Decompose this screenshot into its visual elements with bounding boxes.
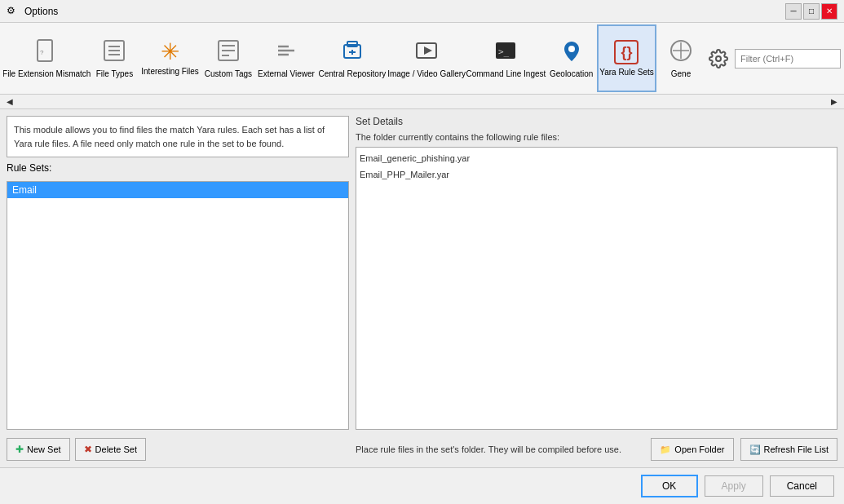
delete-set-button[interactable]: ✖ Delete Set <box>75 438 146 461</box>
open-folder-button[interactable]: 📁 Open Folder <box>651 438 733 461</box>
svg-point-21 <box>568 46 575 52</box>
refresh-button[interactable]: 🔄 Refresh File List <box>740 438 837 461</box>
title-bar-controls: ─ □ ✕ <box>785 3 837 20</box>
rule-sets-label: Rule Sets: <box>7 162 349 174</box>
file-types-icon <box>102 38 126 66</box>
custom-tags-icon <box>216 38 241 66</box>
svg-marker-18 <box>424 46 432 55</box>
delete-set-icon: ✖ <box>84 444 92 455</box>
toolbar-item-yara-label: Yara Rule Sets <box>599 68 654 77</box>
ok-button[interactable]: OK <box>641 475 698 497</box>
open-folder-label: Open Folder <box>674 444 724 454</box>
set-details-title: Set Details <box>356 116 837 127</box>
new-set-button[interactable]: ✚ New Set <box>7 438 70 461</box>
delete-set-label: Delete Set <box>95 444 137 454</box>
toolbar-item-file-ext-label: File Extension Mismatch <box>3 69 91 78</box>
folder-buttons-row: Place rule files in the set's folder. Th… <box>356 438 837 461</box>
gene-icon <box>669 38 693 66</box>
toolbar-item-ext-viewer-label: External Viewer <box>258 69 315 78</box>
toolbar-item-gene[interactable]: Gene <box>656 24 705 92</box>
svg-text:?: ? <box>40 49 44 56</box>
title-bar: ⚙ Options ─ □ ✕ <box>0 0 844 23</box>
toolbar-item-geolocation-label: Geolocation <box>550 69 593 78</box>
toolbar-item-gene-label: Gene <box>671 69 691 78</box>
toolbar-item-interesting[interactable]: ✳ Interesting Files <box>139 24 201 92</box>
window-icon: ⚙ <box>7 5 20 18</box>
toolbar-item-interesting-label: Interesting Files <box>141 67 199 76</box>
toolbar: ? File Extension Mismatch File Types ✳ I… <box>0 23 844 95</box>
svg-point-25 <box>716 56 721 61</box>
info-box: This module allows you to find files the… <box>7 116 349 157</box>
file-item-2: Email_PHP_Mailer.yar <box>360 167 833 183</box>
central-repo-icon <box>340 38 365 66</box>
search-input[interactable] <box>735 49 841 69</box>
svg-text:>_: >_ <box>498 46 510 57</box>
toolbar-item-image-video[interactable]: Image / Video Gallery <box>387 24 466 92</box>
toolbar-items: ? File Extension Mismatch File Types ✳ I… <box>3 24 705 92</box>
file-item-1: Email_generic_phishing.yar <box>360 151 833 167</box>
ext-viewer-icon <box>274 38 298 66</box>
toolbar-item-cmd-ingest[interactable]: >_ Command Line Ingest <box>466 24 546 92</box>
cancel-button[interactable]: Cancel <box>770 475 834 497</box>
minimize-button[interactable]: ─ <box>785 3 802 20</box>
refresh-icon: 🔄 <box>749 444 761 455</box>
files-label: The folder currently contains the follow… <box>356 132 837 142</box>
scroll-nav-row: ◀ ▶ <box>0 95 844 109</box>
right-panel: Set Details The folder currently contain… <box>356 116 837 461</box>
left-buttons: ✚ New Set ✖ Delete Set <box>7 438 349 461</box>
interesting-icon: ✳ <box>161 41 179 64</box>
rule-sets-list: Email <box>7 181 349 430</box>
folder-hint: Place rule files in the set's folder. Th… <box>356 444 644 454</box>
settings-gear-icon[interactable] <box>705 46 731 72</box>
window-title: Options <box>24 6 785 17</box>
main-content: This module allows you to find files the… <box>0 109 844 467</box>
toolbar-item-custom-tags-label: Custom Tags <box>205 69 252 78</box>
scroll-left-arrow[interactable]: ◀ <box>3 97 16 106</box>
toolbar-item-central-repo-label: Central Repository <box>318 69 386 78</box>
left-panel: This module allows you to find files the… <box>7 116 349 461</box>
footer: OK Apply Cancel <box>0 467 844 504</box>
new-set-icon: ✚ <box>15 444 24 455</box>
toolbar-search <box>735 49 841 69</box>
files-list: Email_generic_phishing.yar Email_PHP_Mai… <box>356 147 837 430</box>
yara-icon: {} <box>614 40 639 64</box>
toolbar-item-custom-tags[interactable]: Custom Tags <box>201 24 255 92</box>
toolbar-item-cmd-ingest-label: Command Line Ingest <box>466 69 546 78</box>
list-item-email[interactable]: Email <box>7 182 348 198</box>
scroll-right-arrow[interactable]: ▶ <box>828 97 841 106</box>
toolbar-item-image-video-label: Image / Video Gallery <box>387 69 466 78</box>
file-ext-icon: ? <box>34 38 59 66</box>
toolbar-item-central-repo[interactable]: Central Repository <box>317 24 387 92</box>
toolbar-item-file-ext[interactable]: ? File Extension Mismatch <box>3 24 90 92</box>
new-set-label: New Set <box>27 444 61 454</box>
refresh-label: Refresh File List <box>764 444 829 454</box>
geolocation-icon <box>559 38 584 66</box>
maximize-button[interactable]: □ <box>803 3 820 20</box>
apply-button[interactable]: Apply <box>705 475 763 497</box>
toolbar-item-file-types[interactable]: File Types <box>90 24 139 92</box>
toolbar-item-yara[interactable]: {} Yara Rule Sets <box>597 24 656 92</box>
toolbar-item-ext-viewer[interactable]: External Viewer <box>255 24 317 92</box>
close-button[interactable]: ✕ <box>821 3 837 20</box>
cmd-ingest-icon: >_ <box>493 38 518 66</box>
image-video-icon <box>414 38 439 66</box>
toolbar-item-geolocation[interactable]: Geolocation <box>546 24 597 92</box>
open-folder-icon: 📁 <box>660 444 671 455</box>
toolbar-item-file-types-label: File Types <box>96 69 133 78</box>
